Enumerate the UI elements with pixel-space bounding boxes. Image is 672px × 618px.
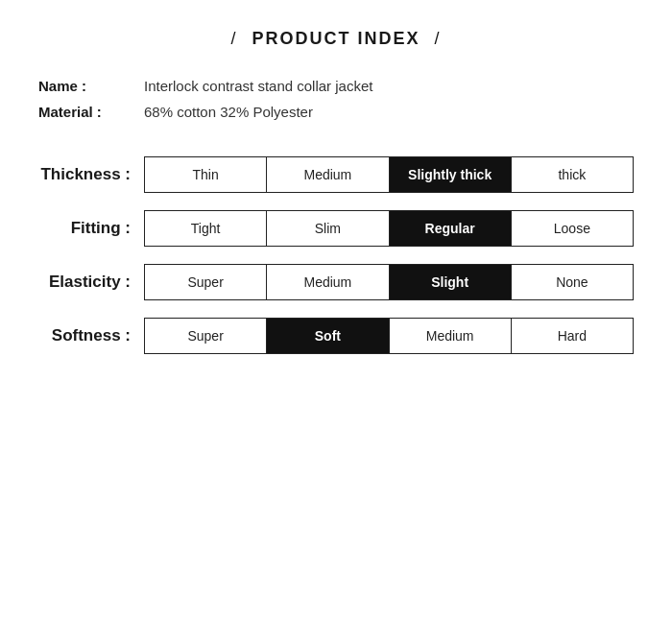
index-options-elasticity: SuperMediumSlightNone [144,264,634,300]
index-label-thickness: Thickness : [38,165,144,184]
index-option-fitting-0[interactable]: Tight [145,211,267,246]
index-option-elasticity-0[interactable]: Super [145,265,267,299]
index-options-fitting: TightSlimRegularLoose [144,210,634,247]
index-row-softness: Softness :SuperSoftMediumHard [38,318,634,354]
info-section: Name : Interlock contrast stand collar j… [38,78,634,130]
index-option-thickness-2[interactable]: Slightly thick [390,157,512,192]
index-option-fitting-3[interactable]: Loose [512,211,633,246]
index-options-thickness: ThinMediumSlightly thickthick [144,156,634,193]
index-option-elasticity-2[interactable]: Slight [390,265,512,299]
name-value: Interlock contrast stand collar jacket [144,78,372,94]
name-row: Name : Interlock contrast stand collar j… [38,78,634,94]
index-label-softness: Softness : [38,326,144,345]
index-option-elasticity-1[interactable]: Medium [267,265,389,299]
title-slash-right: / [435,29,442,48]
index-option-softness-0[interactable]: Super [145,319,267,353]
index-option-fitting-1[interactable]: Slim [267,211,389,246]
material-value: 68% cotton 32% Polyester [144,104,313,120]
index-option-elasticity-3[interactable]: None [512,265,633,299]
title-slash-left: / [230,29,237,48]
index-option-thickness-3[interactable]: thick [512,157,633,192]
page-title: / PRODUCT INDEX / [223,29,448,49]
indices-container: Thickness :ThinMediumSlightly thickthick… [38,156,634,371]
index-option-softness-2[interactable]: Medium [390,319,512,353]
index-row-elasticity: Elasticity :SuperMediumSlightNone [38,264,634,300]
index-row-fitting: Fitting :TightSlimRegularLoose [38,210,634,247]
index-option-fitting-2[interactable]: Regular [390,211,512,246]
name-label: Name : [38,78,144,94]
index-row-thickness: Thickness :ThinMediumSlightly thickthick [38,156,634,193]
index-option-thickness-0[interactable]: Thin [145,157,267,192]
index-options-softness: SuperSoftMediumHard [144,318,634,354]
title-main: PRODUCT INDEX [252,29,420,48]
material-label: Material : [38,104,144,120]
index-option-softness-1[interactable]: Soft [267,319,389,353]
material-row: Material : 68% cotton 32% Polyester [38,104,634,120]
index-option-softness-3[interactable]: Hard [512,319,633,353]
index-label-fitting: Fitting : [38,219,144,238]
index-label-elasticity: Elasticity : [38,273,144,292]
index-option-thickness-1[interactable]: Medium [267,157,389,192]
